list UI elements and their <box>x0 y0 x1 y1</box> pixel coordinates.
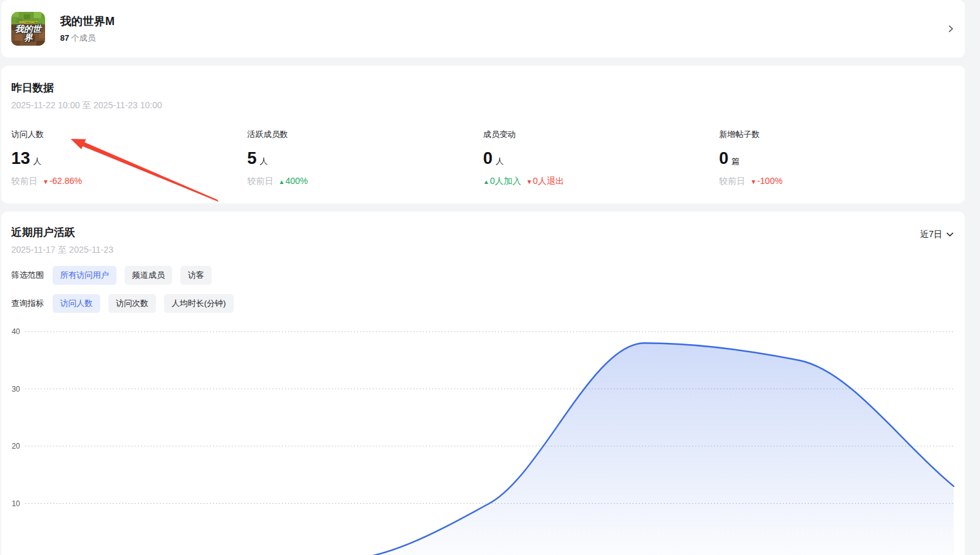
time-range-label: 近7日 <box>920 229 942 240</box>
stat-label: 访问人数 <box>11 129 247 140</box>
stat-value: 5 <box>247 149 257 168</box>
yesterday-date-range: 2025-11-22 10:00 至 2025-11-23 10:00 <box>11 100 955 111</box>
stat-card-2: 成员变动0人▲0人加入▼0人退出 <box>483 129 720 187</box>
analytics-page: MINECRAFT 我的世界 我的世界M 87个成员 昨日数据 2025-11-… <box>0 0 980 555</box>
stat-delta-part: ▼-62.86% <box>43 176 82 186</box>
member-count: 87 <box>60 33 69 43</box>
stat-delta: 较前日▲400% <box>247 176 483 187</box>
svg-text:40: 40 <box>12 327 21 336</box>
stat-delta: 较前日▼-62.86% <box>11 176 247 187</box>
member-count-row: 87个成员 <box>60 33 115 44</box>
minecraft-grass-icon: MINECRAFT 我的世界 <box>11 12 45 46</box>
stat-value: 13 <box>11 149 30 168</box>
time-range-selector[interactable]: 近7日 <box>920 229 954 240</box>
stat-value: 0 <box>483 149 493 168</box>
filter-pill-0-0[interactable]: 所有访问用户 <box>53 266 116 285</box>
channel-title: 我的世界M <box>60 14 115 29</box>
stat-delta-part: ▲0人加入 <box>483 176 522 186</box>
filters: 筛选范围所有访问用户频道成员访客查询指标访问人数访问次数人均时长(分钟) <box>11 266 955 313</box>
filter-pill-1-0[interactable]: 访问人数 <box>53 294 100 313</box>
stat-label: 新增帖子数 <box>719 129 955 140</box>
recent-activity-card: 近期用户活跃 2025-11-17 至 2025-11-23 近7日 筛选范围所… <box>1 211 965 555</box>
svg-text:10: 10 <box>12 499 21 508</box>
stat-delta: 较前日▼-100% <box>719 176 955 187</box>
svg-text:20: 20 <box>12 442 21 451</box>
avatar-text-cn: 我的世界 <box>11 24 45 42</box>
yesterday-data-card: 昨日数据 2025-11-22 10:00 至 2025-11-23 10:00… <box>1 66 965 203</box>
filter-row-label: 筛选范围 <box>11 270 53 281</box>
stat-unit: 人 <box>496 156 504 166</box>
filter-row-0: 筛选范围所有访问用户频道成员访客 <box>11 266 955 285</box>
svg-text:30: 30 <box>12 385 21 394</box>
filter-pill-0-1[interactable]: 频道成员 <box>125 266 172 285</box>
stat-delta: ▲0人加入▼0人退出 <box>483 176 720 187</box>
stat-label: 活跃成员数 <box>247 129 483 140</box>
stat-delta-part: ▼0人退出 <box>526 176 564 186</box>
activity-chart: 01020304011-1711-1911-2111-23 <box>11 319 955 555</box>
filter-pill-0-2[interactable]: 访客 <box>180 266 212 285</box>
stat-delta-part: 较前日 <box>719 176 745 186</box>
stat-card-0: 访问人数13人较前日▼-62.86% <box>11 129 247 187</box>
stat-card-3: 新增帖子数0篇较前日▼-100% <box>719 129 955 187</box>
filter-pill-1-2[interactable]: 人均时长(分钟) <box>164 294 234 313</box>
stat-unit: 篇 <box>731 156 740 166</box>
area-chart-canvas[interactable]: 01020304011-1711-1911-2111-23 <box>11 319 955 555</box>
channel-header-card[interactable]: MINECRAFT 我的世界 我的世界M 87个成员 <box>1 0 965 58</box>
member-count-label: 个成员 <box>71 33 95 43</box>
stat-unit: 人 <box>260 156 268 166</box>
yesterday-stats-grid: 访问人数13人较前日▼-62.86%活跃成员数5人较前日▲400%成员变动0人▲… <box>11 129 955 187</box>
stat-delta-part: ▲400% <box>279 176 308 186</box>
activity-title: 近期用户活跃 <box>11 225 955 240</box>
activity-date-range: 2025-11-17 至 2025-11-23 <box>11 245 955 256</box>
filter-row-label: 查询指标 <box>11 298 53 309</box>
stat-delta-part: ▼-100% <box>750 176 782 186</box>
stat-value: 0 <box>719 149 728 168</box>
stat-label: 成员变动 <box>483 129 720 140</box>
yesterday-title: 昨日数据 <box>11 81 955 95</box>
stat-delta-part: 较前日 <box>11 176 38 186</box>
filter-pill-1-1[interactable]: 访问次数 <box>108 294 156 313</box>
stat-unit: 人 <box>33 156 41 166</box>
stat-card-1: 活跃成员数5人较前日▲400% <box>247 129 483 187</box>
chevron-right-icon[interactable] <box>946 24 955 33</box>
filter-row-1: 查询指标访问人数访问次数人均时长(分钟) <box>11 294 955 313</box>
chevron-down-icon <box>946 232 954 237</box>
stat-delta-part: 较前日 <box>247 176 274 186</box>
